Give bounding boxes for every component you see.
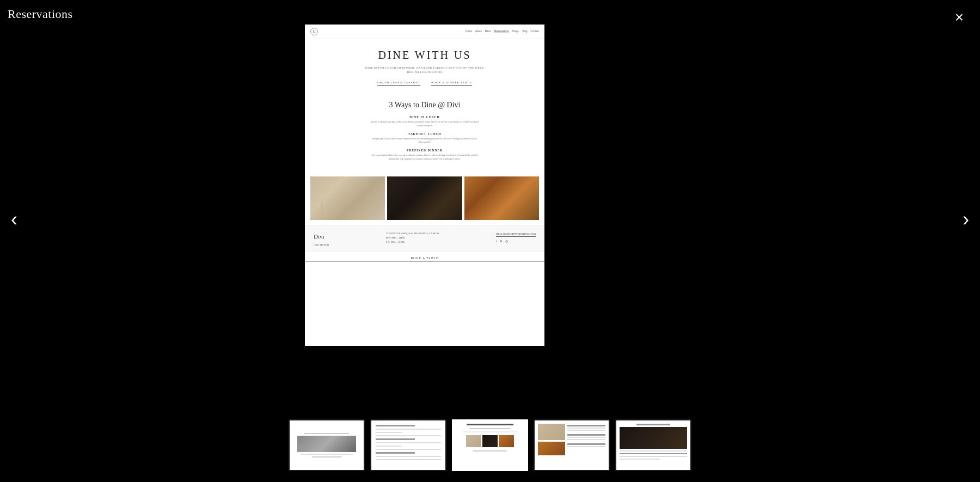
thumbnail-1[interactable] xyxy=(289,419,365,471)
hero-section: DINE WITH US DINE IN FOR LUNCH OR DINNER… xyxy=(305,39,544,91)
photo-3 xyxy=(464,176,539,220)
nav-blog[interactable]: Blog xyxy=(522,30,527,33)
next-arrow[interactable]: › xyxy=(963,208,969,231)
hero-title: DINE WITH US xyxy=(316,49,534,62)
photo-1 xyxy=(310,176,385,220)
footer-social: f ✕ ◎ xyxy=(496,239,536,245)
nav-home[interactable]: Home xyxy=(465,30,472,33)
ways-title: 3 Ways to Dine @ Divi xyxy=(321,100,528,110)
photo-grid xyxy=(305,174,544,225)
takeout-button[interactable]: ORDER LUNCH TAKEOUT xyxy=(377,81,420,86)
footer-book-section: BOOK A TABLE xyxy=(305,252,544,261)
hero-subtitle: DINE IN FOR LUNCH OR DINNER, OR ORDER TA… xyxy=(359,66,490,75)
nav-reservations[interactable]: Reservations xyxy=(494,30,509,33)
site-footer: Divi (285) 392-6208 1234 DIVI ST. #1000,… xyxy=(305,225,544,252)
nav-contact[interactable]: Contact xyxy=(530,30,539,33)
page-title: Reservations xyxy=(8,7,73,21)
instagram-icon[interactable]: ◎ xyxy=(505,239,508,245)
dinner-button[interactable]: BOOK A DINNER TABLE xyxy=(431,81,471,86)
twitter-icon[interactable]: ✕ xyxy=(500,239,503,245)
ways-section: 3 Ways to Dine @ Divi DINE IN LUNCH Join… xyxy=(305,91,544,174)
nav-about[interactable]: About xyxy=(475,30,482,33)
site-nav-links: Home About Menu Reservations Shop › Blog… xyxy=(465,30,539,33)
facebook-icon[interactable]: f xyxy=(496,239,497,245)
thumbnail-2[interactable] xyxy=(370,419,446,471)
dine-option-1: DINE IN LUNCH Join us for lunch any day … xyxy=(321,115,528,128)
prev-arrow[interactable]: ‹ xyxy=(11,208,17,231)
footer-contact-col: HELLO@DIVIFINEDINING.COM f ✕ ◎ xyxy=(496,231,536,245)
site-logo: D xyxy=(310,28,318,35)
photo-2 xyxy=(387,176,462,220)
footer-hours-col: 1234 DIVI ST. #1000, SAN FRANCISCO, CA 9… xyxy=(386,231,439,245)
nav-shop[interactable]: Shop › xyxy=(512,30,519,33)
thumbnail-5[interactable] xyxy=(615,419,691,471)
thumbnail-3[interactable] xyxy=(452,419,528,471)
thumbnail-4[interactable] xyxy=(534,419,610,471)
dine-option-3: PREFIXED DINNER Let our talented chefs t… xyxy=(321,149,528,161)
footer-brand-col: Divi (285) 392-6208 xyxy=(314,231,329,248)
nav-menu[interactable]: Menu xyxy=(485,30,491,33)
hero-buttons: ORDER LUNCH TAKEOUT BOOK A DINNER TABLE xyxy=(316,81,534,86)
thumbnail-strip xyxy=(0,419,980,471)
main-preview: D Home About Menu Reservations Shop › Bl… xyxy=(305,25,544,346)
site-navbar: D Home About Menu Reservations Shop › Bl… xyxy=(305,25,544,39)
dine-option-2: TAKEOUT LUNCH Simply place your order on… xyxy=(321,132,528,145)
close-button[interactable]: × xyxy=(955,10,964,25)
